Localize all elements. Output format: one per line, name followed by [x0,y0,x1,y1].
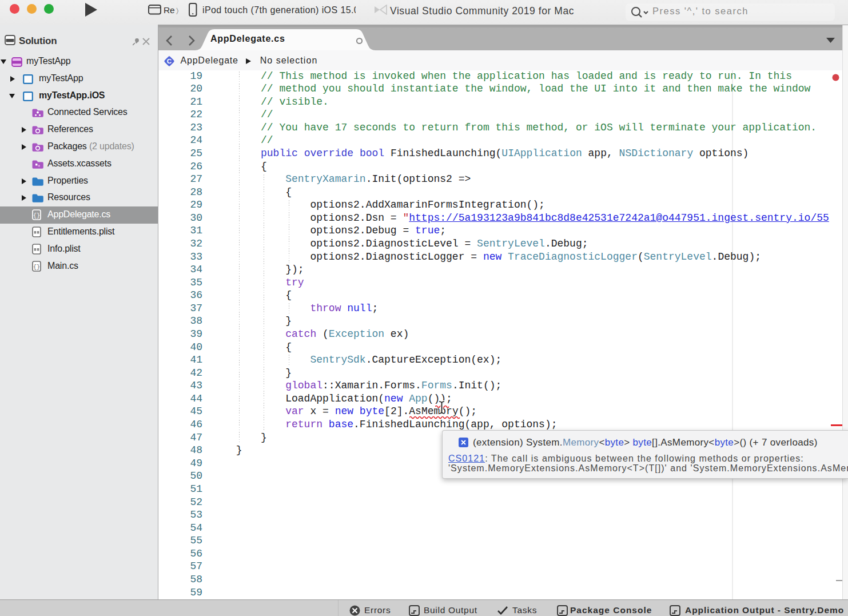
svg-text:{}: {} [33,264,40,270]
svg-text:C: C [167,58,172,65]
svg-text:{}: {} [33,213,40,219]
